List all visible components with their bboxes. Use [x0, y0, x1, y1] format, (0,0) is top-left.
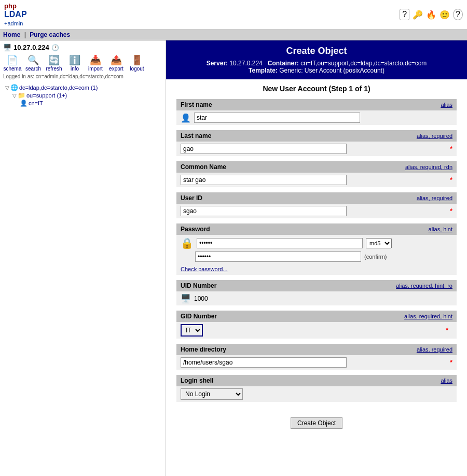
tree-root-icon: 🌐 — [10, 84, 18, 91]
last-name-input[interactable] — [181, 144, 347, 154]
sidebar-import[interactable]: 📥 import — [86, 54, 105, 72]
user-id-required: * — [450, 207, 452, 215]
tree: ▽ 🌐 dc=ldap,dc=starcto,dc=com (1) ▽ 📁 ou… — [3, 83, 162, 108]
uid-icon: 🖥️ — [181, 293, 191, 303]
clock-icon: 🕐 — [51, 44, 59, 51]
gid-alias-link[interactable]: alias, required, hint — [404, 313, 452, 319]
password-row-2: (confirm) — [181, 251, 452, 262]
search-label: search — [25, 66, 41, 72]
common-name-attrs: alias, required, rdn — [403, 164, 452, 170]
first-name-user-icon: 👤 — [181, 113, 191, 123]
common-name-header: Common Name alias, required, rdn — [176, 161, 457, 173]
create-object-header: Create Object Server: 10.27.0.224 Contai… — [166, 40, 467, 79]
sidebar-schema[interactable]: 📄 schema — [3, 54, 22, 72]
first-name-input[interactable] — [194, 113, 360, 123]
login-shell-section: Login shell alias No Login /bin/bash /bi… — [176, 375, 457, 402]
password-confirm-input[interactable] — [195, 251, 361, 262]
refresh-label: refresh — [46, 66, 62, 72]
info-label: info — [71, 66, 79, 72]
home-directory-attrs: alias, required — [415, 346, 452, 353]
refresh-icon: 🔄 — [48, 54, 60, 66]
tree-cn-icon: 👤 — [20, 100, 28, 107]
tree-root-link[interactable]: dc=ldap,dc=starcto,dc=com (1) — [19, 85, 98, 91]
password-header: Password alias, hint — [176, 223, 457, 235]
main-layout: 🖥️ 10.27.0.224 🕐 📄 schema 🔍 search 🔄 ref… — [0, 40, 467, 476]
nav-separator: | — [24, 31, 26, 38]
uid-number-section: UID Number alias, required, hint, ro 🖥️ … — [176, 280, 457, 305]
password-body: 🔒 md5 sha crypt clear (confirm) — [176, 235, 457, 275]
password-input[interactable] — [197, 238, 363, 248]
form-area: New User Account (Step 1 of 1) First nam… — [166, 79, 467, 412]
password-section: Password alias, hint 🔒 md5 sha crypt cle… — [176, 223, 457, 275]
uid-number-label: UID Number — [181, 282, 216, 289]
password-alias-link[interactable]: alias, hint — [429, 226, 452, 232]
common-name-label: Common Name — [181, 163, 226, 171]
home-alias-link[interactable]: alias, required — [417, 346, 452, 353]
password-row-1: 🔒 md5 sha crypt clear — [181, 237, 452, 249]
import-label: import — [88, 66, 103, 72]
sidebar-export[interactable]: 📤 export — [107, 54, 126, 72]
home-directory-input[interactable] — [181, 357, 347, 368]
user-id-header: User ID alias, required — [176, 192, 457, 204]
home-directory-label: Home directory — [181, 346, 226, 353]
logo-php: php — [4, 2, 17, 10]
user-id-input[interactable] — [181, 206, 347, 216]
tree-cn-link[interactable]: cn=IT — [29, 100, 43, 106]
first-name-alias-link[interactable]: alias — [441, 102, 452, 108]
tree-children: ▽ 📁 ou=support (1+) 👤 cn=IT — [5, 91, 162, 108]
uid-number-header: UID Number alias, required, hint, ro — [176, 280, 457, 291]
user-id-alias-link[interactable]: alias, required — [417, 195, 452, 201]
password-label: Password — [181, 226, 210, 233]
server-icon: 🖥️ — [3, 44, 11, 51]
first-name-attrs: alias — [438, 102, 452, 108]
smiley-icon[interactable]: 🙂 — [439, 10, 450, 20]
password-hash-select[interactable]: md5 sha crypt clear — [366, 238, 392, 248]
sidebar-search[interactable]: 🔍 search — [24, 54, 43, 72]
uid-body: 🖥️ 1000 — [176, 291, 457, 305]
gid-required: * — [446, 327, 452, 334]
gid-select[interactable]: IT — [182, 325, 202, 335]
user-id-body: * — [176, 204, 457, 218]
login-shell-header: Login shell alias — [176, 375, 457, 386]
uid-alias-link[interactable]: alias, required, hint, ro — [396, 283, 452, 289]
uid-number-attrs: alias, required, hint, ro — [394, 283, 452, 289]
tree-toggle-root[interactable]: ▽ — [5, 85, 9, 91]
create-object-title: Create Object — [171, 46, 462, 57]
tree-ou-link[interactable]: ou=support (1+) — [26, 92, 67, 99]
tree-ou-children: 👤 cn=IT — [12, 99, 162, 107]
home-body: * — [176, 355, 457, 370]
nav-purge[interactable]: Purge caches — [30, 31, 70, 38]
key-icon[interactable]: 🔑 — [413, 10, 423, 20]
server-header: 🖥️ 10.27.0.224 🕐 — [3, 44, 162, 51]
app-header: php LDAP +admin ? 🔑 🔥 🙂 ? — [0, 0, 467, 30]
app-logo: php LDAP +admin — [4, 2, 27, 27]
content-area: Create Object Server: 10.27.0.224 Contai… — [166, 40, 467, 476]
user-id-label: User ID — [181, 194, 202, 202]
tree-toggle-ou[interactable]: ▽ — [12, 93, 17, 99]
uid-value: 1000 — [194, 295, 208, 302]
tree-cn-it: 👤 cn=IT — [20, 99, 162, 107]
last-name-alias-link[interactable]: alias, required — [417, 133, 452, 139]
fire-icon[interactable]: 🔥 — [426, 10, 436, 20]
common-name-input[interactable] — [181, 175, 347, 185]
tree-cn-node: 👤 cn=IT — [20, 100, 162, 107]
login-shell-alias-link[interactable]: alias — [441, 377, 452, 384]
create-object-button[interactable]: Create Object — [291, 417, 342, 429]
home-directory-header: Home directory alias, required — [176, 344, 457, 355]
nav-home[interactable]: Home — [3, 31, 20, 38]
schema-icon: 📄 — [7, 54, 18, 66]
help-icon[interactable]: ? — [400, 9, 409, 20]
logout-label: logout — [130, 66, 144, 72]
check-password-link[interactable]: Check password... — [181, 266, 227, 272]
sidebar-refresh[interactable]: 🔄 refresh — [45, 54, 63, 72]
info-circle-icon[interactable]: ? — [453, 9, 463, 20]
login-shell-select[interactable]: No Login /bin/bash /bin/sh /bin/zsh — [181, 388, 243, 400]
sidebar-logout[interactable]: 🚪 logout — [128, 54, 146, 72]
common-name-section: Common Name alias, required, rdn * — [176, 161, 457, 187]
common-name-body: * — [176, 173, 457, 187]
sidebar-toolbar: 📄 schema 🔍 search 🔄 refresh ℹ️ info 📥 im… — [3, 54, 162, 72]
shell-body: No Login /bin/bash /bin/sh /bin/zsh — [176, 386, 457, 402]
create-object-server-info: Server: 10.27.0.224 Container: cn=IT,ou=… — [171, 60, 462, 74]
sidebar-info[interactable]: ℹ️ info — [65, 54, 84, 72]
common-name-alias-link[interactable]: alias, required, rdn — [405, 164, 452, 170]
